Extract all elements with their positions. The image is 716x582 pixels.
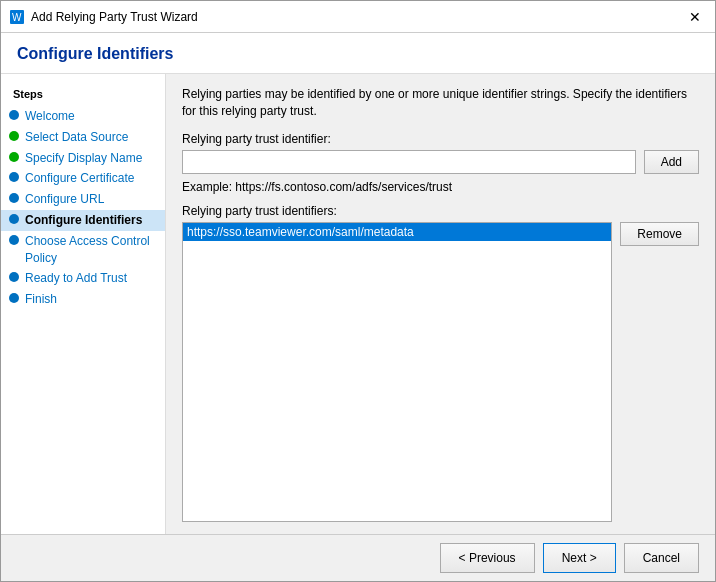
window-icon: W: [9, 9, 25, 25]
step-dot-configure-certificate: [9, 172, 19, 182]
close-button[interactable]: ✕: [683, 7, 707, 27]
step-dot-welcome: [9, 110, 19, 120]
page-header: Configure Identifiers: [1, 33, 715, 74]
sidebar-item-label-choose-access-control-policy: Choose Access Control Policy: [25, 233, 157, 267]
sidebar-item-welcome[interactable]: Welcome: [1, 106, 165, 127]
sidebar-item-specify-display-name[interactable]: Specify Display Name: [1, 148, 165, 169]
add-button[interactable]: Add: [644, 150, 699, 174]
sidebar-item-label-specify-display-name: Specify Display Name: [25, 150, 142, 167]
previous-button[interactable]: < Previous: [440, 543, 535, 573]
sidebar-item-configure-identifiers[interactable]: Configure Identifiers: [1, 210, 165, 231]
sidebar-item-label-configure-identifiers: Configure Identifiers: [25, 212, 142, 229]
step-dot-configure-identifiers: [9, 214, 19, 224]
list-item[interactable]: https://sso.teamviewer.com/saml/metadata: [183, 223, 611, 241]
next-button[interactable]: Next >: [543, 543, 616, 573]
sidebar-item-configure-url[interactable]: Configure URL: [1, 189, 165, 210]
example-text: Example: https://fs.contoso.com/adfs/ser…: [182, 180, 699, 194]
step-dot-choose-access-control-policy: [9, 235, 19, 245]
identifier-input[interactable]: [182, 150, 636, 174]
footer: < Previous Next > Cancel: [1, 534, 715, 581]
identifiers-list-row: https://sso.teamviewer.com/saml/metadata…: [182, 222, 699, 522]
svg-text:W: W: [12, 12, 22, 23]
wizard-window: W Add Relying Party Trust Wizard ✕ Confi…: [0, 0, 716, 582]
remove-button[interactable]: Remove: [620, 222, 699, 246]
sidebar-item-ready-to-add-trust[interactable]: Ready to Add Trust: [1, 268, 165, 289]
main-panel: Relying parties may be identified by one…: [166, 74, 715, 534]
step-dot-finish: [9, 293, 19, 303]
sidebar-item-label-configure-certificate: Configure Certificate: [25, 170, 134, 187]
sidebar-item-finish[interactable]: Finish: [1, 289, 165, 310]
steps-title: Steps: [1, 84, 165, 106]
identifiers-list[interactable]: https://sso.teamviewer.com/saml/metadata: [182, 222, 612, 522]
sidebar-item-label-select-data-source: Select Data Source: [25, 129, 128, 146]
sidebar-item-label-welcome: Welcome: [25, 108, 75, 125]
window-title: Add Relying Party Trust Wizard: [31, 10, 683, 24]
sidebar-item-label-configure-url: Configure URL: [25, 191, 104, 208]
sidebar-item-choose-access-control-policy[interactable]: Choose Access Control Policy: [1, 231, 165, 269]
step-dot-specify-display-name: [9, 152, 19, 162]
description-text: Relying parties may be identified by one…: [182, 86, 699, 120]
title-bar: W Add Relying Party Trust Wizard ✕: [1, 1, 715, 33]
step-dot-ready-to-add-trust: [9, 272, 19, 282]
sidebar-item-configure-certificate[interactable]: Configure Certificate: [1, 168, 165, 189]
identifiers-list-label: Relying party trust identifiers:: [182, 204, 699, 218]
identifier-field-label: Relying party trust identifier:: [182, 132, 699, 146]
sidebar-item-select-data-source[interactable]: Select Data Source: [1, 127, 165, 148]
sidebar-item-label-ready-to-add-trust: Ready to Add Trust: [25, 270, 127, 287]
step-dot-select-data-source: [9, 131, 19, 141]
step-dot-configure-url: [9, 193, 19, 203]
sidebar: Steps WelcomeSelect Data SourceSpecify D…: [1, 74, 166, 534]
cancel-button[interactable]: Cancel: [624, 543, 699, 573]
identifier-input-row: Add: [182, 150, 699, 174]
page-title: Configure Identifiers: [17, 45, 699, 63]
sidebar-item-label-finish: Finish: [25, 291, 57, 308]
content-area: Steps WelcomeSelect Data SourceSpecify D…: [1, 74, 715, 534]
